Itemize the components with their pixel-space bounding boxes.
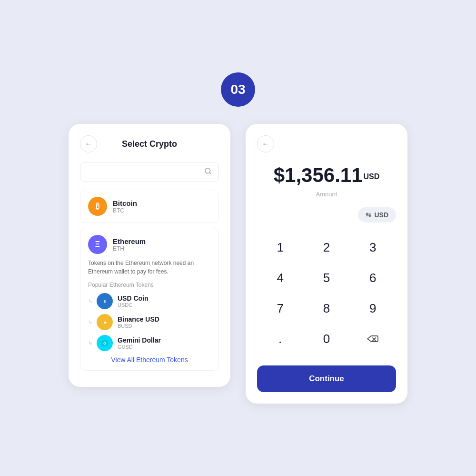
currency-toggle-container: ⇆ USD [257,207,396,223]
ethereum-icon: Ξ [88,235,107,254]
bitcoin-icon: ₿ [88,197,107,216]
amount-currency-code: USD [364,172,380,181]
step-badge: 03 [221,72,255,107]
popular-tokens-label: Popular Ethereum Tokens [88,282,211,288]
gusd-icon: G [97,335,113,351]
svg-text:$: $ [104,299,106,304]
right-panel: ← $1,356.11USD Amount ⇆ USD 1 2 3 4 5 6 … [246,124,407,404]
right-back-button[interactable]: ← [257,135,274,152]
amount-label: Amount [257,191,396,198]
numpad-key-backspace[interactable] [350,324,396,354]
panels-container: ← Select Crypto ₿ Bitcoin BTC [69,124,407,404]
numpad-key-0[interactable]: 0 [303,324,349,354]
numpad-key-7[interactable]: 7 [257,293,303,324]
search-input[interactable] [87,168,204,176]
ethereum-name: Ethereum [113,237,146,245]
numpad-key-3[interactable]: 3 [350,232,396,263]
svg-line-1 [209,172,211,174]
search-icon [204,167,212,177]
amount-value: $1,356.11 [274,164,363,186]
amount-display: $1,356.11USD [257,164,396,187]
svg-text:◆: ◆ [103,320,107,324]
currency-toggle-button[interactable]: ⇆ USD [358,207,396,223]
busd-icon: ◆ [97,314,113,330]
numpad-key-9[interactable]: 9 [350,293,396,324]
indent-arrow-gusd: ↳ [88,340,93,346]
svg-text:G: G [103,341,106,345]
right-panel-header: ← [257,135,396,152]
left-panel-header: ← Select Crypto [80,135,219,152]
ethereum-note: Tokens on the Ethereum network need an E… [88,259,211,276]
gusd-token-item[interactable]: ↳ G Gemini Dollar GUSD [88,335,211,351]
indent-arrow-usdc: ↳ [88,298,93,304]
ethereum-section: Ξ Ethereum ETH Tokens on the Ethereum ne… [80,228,219,371]
currency-toggle-label: USD [374,211,388,219]
usdc-token-item[interactable]: ↳ $ USD Coin USDC [88,293,211,309]
numpad-key-4[interactable]: 4 [257,263,303,293]
left-panel: ← Select Crypto ₿ Bitcoin BTC [69,124,230,387]
left-back-button[interactable]: ← [80,135,97,152]
toggle-icon: ⇆ [366,211,371,219]
numpad: 1 2 3 4 5 6 7 8 9 . 0 [257,232,396,354]
view-all-ethereum-link[interactable]: View All Ethereum Tokens [88,356,211,364]
ethereum-info: Ethereum ETH [113,237,146,252]
numpad-key-6[interactable]: 6 [350,263,396,293]
numpad-key-1[interactable]: 1 [257,232,303,263]
numpad-key-8[interactable]: 8 [303,293,349,324]
usdc-icon: $ [97,293,113,309]
bitcoin-symbol: BTC [113,207,137,214]
bitcoin-info: Bitcoin BTC [113,199,137,214]
bitcoin-name: Bitcoin [113,199,137,207]
indent-arrow-busd: ↳ [88,319,93,325]
bitcoin-item[interactable]: ₿ Bitcoin BTC [80,190,219,223]
numpad-key-2[interactable]: 2 [303,232,349,263]
ethereum-symbol: ETH [113,245,146,252]
step-number: 03 [230,82,245,97]
numpad-key-dot[interactable]: . [257,324,303,354]
search-box [80,162,219,182]
numpad-key-5[interactable]: 5 [303,263,349,293]
left-panel-title: Select Crypto [122,139,177,149]
continue-button[interactable]: Continue [257,365,396,392]
busd-token-item[interactable]: ↳ ◆ Binance USD BUSD [88,314,211,330]
